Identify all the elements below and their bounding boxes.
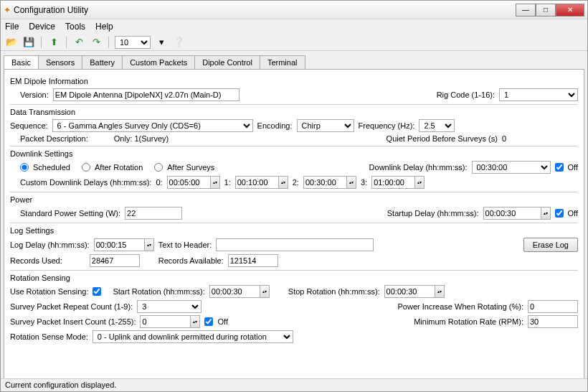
minimize-button[interactable]: — (516, 4, 536, 17)
spinner-icon[interactable]: ▴▾ (541, 207, 551, 220)
data-transmission-group: Data Transmission (10, 108, 578, 116)
basic-panel: EM Dipole Information Version: Rig Code … (4, 69, 584, 385)
log-group: Log Settings (10, 226, 578, 235)
spinner-icon[interactable]: ▴▾ (260, 285, 270, 298)
save-icon[interactable]: 💾 (22, 36, 35, 49)
statusbar: Current configuration displayed. (1, 378, 587, 391)
insert-count-label: Survey Packet Insert Count (1-255): (10, 317, 136, 326)
toolbar-separator (41, 37, 42, 48)
insert-count-field[interactable] (140, 315, 190, 328)
repeat-count-select[interactable]: 3 (137, 300, 201, 313)
rotation-mode-label: Rotation Sense Mode: (10, 332, 88, 341)
std-power-label: Standard Power Setting (W): (20, 209, 120, 218)
maximize-button[interactable]: □ (536, 4, 556, 17)
version-field[interactable] (53, 88, 240, 101)
encoding-select[interactable]: Chirp (297, 119, 354, 132)
start-rotation-label: Start Rotation (hh:mm:ss): (113, 287, 204, 296)
spinner-icon[interactable]: ▴▾ (190, 315, 200, 328)
tab-custom-packets[interactable]: Custom Packets (122, 55, 195, 69)
rigcode-select[interactable]: 1 (499, 88, 578, 101)
downlink-off-checkbox[interactable] (555, 163, 564, 172)
custom-delays-label: Custom Downlink Delays (hh:mm:ss): (20, 178, 151, 187)
spinner-icon[interactable]: ▴▾ (278, 176, 288, 189)
packet-description-value: Only: 1(Survey) (114, 134, 169, 143)
rotation-group: Rotation Sensing (10, 274, 578, 282)
window-controls: — □ ✕ (516, 4, 584, 17)
sequence-label: Sequence: (10, 121, 48, 130)
frequency-label: Frequency (Hz): (359, 121, 415, 130)
d3-field[interactable] (371, 176, 414, 189)
rotation-mode-select[interactable]: 0 - Uplink and downlink permitted during… (93, 330, 293, 343)
power-off-checkbox[interactable] (555, 209, 564, 218)
records-available-label: Records Available: (158, 256, 224, 265)
stop-rotation-field[interactable] (384, 285, 435, 298)
power-increase-label: Power Increase When Rotating (%): (398, 302, 523, 311)
log-delay-field[interactable] (94, 238, 144, 251)
after-surveys-radio[interactable] (154, 163, 163, 172)
quiet-period-label: Quiet Period Before Surveys (s) (387, 134, 498, 143)
insert-off-label: Off (217, 317, 227, 326)
after-rotation-radio[interactable] (82, 163, 90, 172)
spinner-icon[interactable]: ▴▾ (210, 176, 220, 189)
min-rpm-field[interactable] (528, 315, 578, 328)
startup-delay-field[interactable] (483, 207, 541, 220)
title-area: ✦ Configuration Utility (4, 5, 516, 15)
use-rotation-label: Use Rotation Sensing: (10, 287, 88, 296)
power-group: Power (10, 195, 578, 204)
d0-label: 0: (156, 178, 162, 187)
records-available-field[interactable] (228, 254, 278, 267)
spinner-icon[interactable]: ▴▾ (435, 285, 445, 298)
start-rotation-field[interactable] (209, 285, 260, 298)
spinner-icon[interactable]: ▴▾ (346, 176, 356, 189)
close-button[interactable]: ✕ (556, 4, 584, 17)
d3-label: 3: (361, 178, 367, 187)
dropdown-icon[interactable]: ▾ (155, 36, 168, 49)
menu-device[interactable]: Device (29, 22, 55, 32)
toolbar: 📂 💾 ⬆ ↶ ↷ 10 ▾ ❔ (1, 34, 587, 51)
packet-description-label: Packet Description: (20, 134, 88, 143)
tab-terminal[interactable]: Terminal (260, 55, 305, 69)
after-rotation-label: After Rotation (95, 163, 143, 172)
std-power-field[interactable] (125, 207, 182, 220)
status-text: Current configuration displayed. (5, 381, 116, 389)
redo-icon[interactable]: ↷ (90, 36, 103, 49)
menubar: File Device Tools Help (1, 19, 587, 34)
records-used-field[interactable] (90, 254, 140, 267)
erase-log-button[interactable]: Erase Log (523, 238, 578, 252)
after-surveys-label: After Surveys (167, 163, 214, 172)
downlink-delay-select[interactable]: 00:30:00 (472, 161, 551, 174)
app-icon: ✦ (4, 5, 11, 15)
insert-off-checkbox[interactable] (204, 317, 213, 326)
undo-icon[interactable]: ↶ (72, 36, 85, 49)
tab-basic[interactable]: Basic (4, 55, 39, 69)
min-rpm-label: Minimum Rotation Rate (RPM): (414, 317, 523, 326)
d0-field[interactable] (167, 176, 210, 189)
spinner-icon[interactable]: ▴▾ (414, 176, 425, 189)
sequence-select[interactable]: 6 - Gamma Angles Survey Only (CDS=6) (52, 119, 253, 132)
open-icon[interactable]: 📂 (5, 36, 18, 49)
d1-field[interactable] (235, 176, 278, 189)
repeat-count-label: Survey Packet Repeat Count (1-9): (10, 302, 133, 311)
menu-tools[interactable]: Tools (65, 22, 85, 32)
frequency-select[interactable]: 2.5 (419, 119, 455, 132)
menu-help[interactable]: Help (95, 22, 113, 32)
zoom-select[interactable]: 10 (115, 36, 151, 49)
tab-dipole-control[interactable]: Dipole Control (194, 55, 260, 69)
menu-file[interactable]: File (5, 22, 19, 32)
tab-battery[interactable]: Battery (82, 55, 123, 69)
power-increase-field[interactable] (528, 300, 578, 313)
stop-rotation-label: Stop Rotation (hh:mm:ss): (288, 287, 380, 296)
spinner-icon[interactable]: ▴▾ (144, 238, 154, 251)
d2-field[interactable] (303, 176, 346, 189)
rigcode-label: Rig Code (1-16): (437, 90, 495, 99)
tabstrip: Basic Sensors Battery Custom Packets Dip… (4, 55, 584, 69)
help-icon[interactable]: ❔ (172, 36, 185, 49)
use-rotation-checkbox[interactable] (93, 287, 101, 296)
scheduled-label: Scheduled (33, 163, 70, 172)
scheduled-radio[interactable] (20, 163, 29, 172)
downlink-off-label: Off (568, 163, 578, 172)
text-header-field[interactable] (216, 238, 374, 251)
upload-icon[interactable]: ⬆ (47, 36, 60, 49)
tab-sensors[interactable]: Sensors (38, 55, 82, 69)
version-label: Version: (20, 90, 49, 99)
